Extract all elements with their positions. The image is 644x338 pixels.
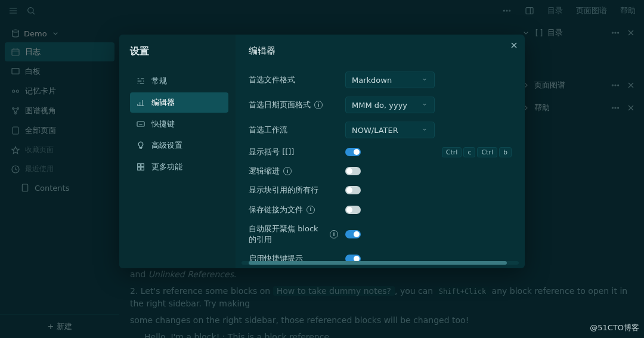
- settings-icon: [136, 76, 145, 86]
- nav-editor[interactable]: 编辑器: [130, 92, 228, 113]
- watermark: @51CTO博客: [590, 323, 639, 333]
- settings-title: 设置: [130, 45, 228, 58]
- svg-rect-27: [141, 164, 144, 167]
- info-icon[interactable]: i: [306, 206, 315, 214]
- toggle-logical-indent[interactable]: [345, 167, 361, 175]
- setting-save-links-file: 保存链接为文件i: [249, 200, 512, 219]
- toggle-save-links-file[interactable]: [345, 206, 361, 214]
- setting-show-all-lines: 显示块引用的所有行: [249, 181, 512, 200]
- section-title: 编辑器: [249, 45, 512, 57]
- bulb-icon: [136, 141, 145, 150]
- nav-advanced[interactable]: 高级设置: [130, 135, 228, 156]
- editor-icon: [136, 98, 145, 107]
- svg-rect-28: [138, 168, 141, 170]
- settings-nav: 设置 常规 编辑器 快捷键 高级设置 更多功能: [119, 35, 236, 268]
- chevron-down-icon: [421, 76, 428, 85]
- select-file-format[interactable]: Markdown: [345, 72, 435, 88]
- info-icon[interactable]: i: [314, 101, 323, 109]
- toggle-auto-expand[interactable]: [345, 230, 361, 238]
- select-date-format[interactable]: MMM do, yyyy: [345, 97, 435, 113]
- select-workflow[interactable]: NOW/LATER: [345, 122, 435, 138]
- keyboard-icon: [136, 119, 145, 129]
- chevron-down-icon: [421, 101, 428, 110]
- setting-brackets: 显示括号 [[]] CtrlcCtrlb: [249, 142, 512, 162]
- info-icon[interactable]: i: [330, 230, 338, 238]
- info-icon[interactable]: i: [283, 167, 292, 175]
- nav-features[interactable]: 更多功能: [130, 157, 228, 177]
- setting-date-format: 首选日期页面格式i MMM do, yyyy: [249, 92, 512, 117]
- kbd-hint: CtrlcCtrlb: [442, 147, 512, 157]
- setting-file-format: 首选文件格式 Markdown: [249, 67, 512, 92]
- close-modal-button[interactable]: [509, 41, 519, 52]
- toggle-show-all-lines[interactable]: [345, 186, 361, 194]
- setting-logical-indent: 逻辑缩进i: [249, 162, 512, 181]
- svg-rect-29: [141, 168, 144, 170]
- settings-modal: 设置 常规 编辑器 快捷键 高级设置 更多功能 编辑器 首选文件格式 Markd…: [119, 35, 525, 268]
- setting-shortcut-hint: 启用快捷键提示: [249, 249, 512, 268]
- nav-shortcuts[interactable]: 快捷键: [130, 114, 228, 134]
- svg-rect-26: [138, 164, 141, 167]
- feature-icon: [136, 162, 145, 172]
- toggle-brackets[interactable]: [345, 148, 361, 156]
- nav-general[interactable]: 常规: [130, 71, 228, 91]
- setting-auto-expand: 自动展开聚焦 block 的引用i: [249, 219, 512, 249]
- setting-workflow: 首选工作流 NOW/LATER: [249, 117, 512, 142]
- settings-body: 编辑器 首选文件格式 Markdown 首选日期页面格式i MMM do, yy…: [236, 35, 525, 268]
- chevron-down-icon: [421, 126, 428, 135]
- horizontal-scrollbar[interactable]: [242, 261, 519, 265]
- svg-rect-25: [137, 122, 144, 126]
